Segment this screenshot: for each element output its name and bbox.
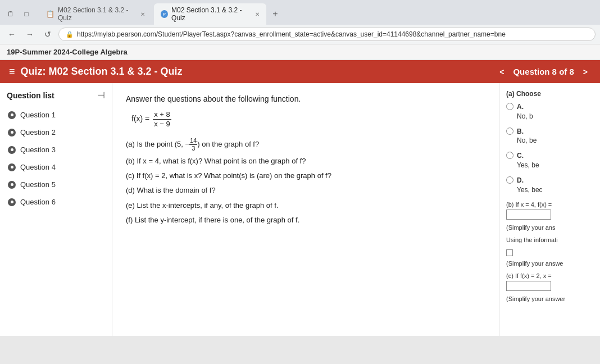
function-display: f(x) = x + 8 x − 9 xyxy=(131,110,485,128)
option-b-radio[interactable] xyxy=(506,128,513,135)
option-b-label: B. xyxy=(517,128,524,135)
section-c-label: (c) If f(x) = 2, x = xyxy=(506,272,552,279)
sidebar-item-q3[interactable]: Question 3 xyxy=(0,141,112,158)
section-b-info: Using the informati xyxy=(506,235,593,245)
section-b-header: (b) If x = 4, f(x) = xyxy=(506,200,593,220)
refresh-button[interactable]: ↺ xyxy=(40,27,55,42)
sidebar-item-q2[interactable]: Question 2 xyxy=(0,124,112,141)
browser-chrome: 🗒 □ 📋 M02 Section 3.1 & 3.2 - Quiz ✕ P M… xyxy=(0,0,600,44)
right-section-a-title: (a) Choose xyxy=(506,90,593,98)
option-a-detail: No, b xyxy=(517,112,533,120)
section-c-title: (c) If f(x) = 2, x = xyxy=(506,271,593,291)
part-f-text: (f) List the y-intercept, if there is on… xyxy=(126,216,299,224)
sidebar-item-q6[interactable]: Question 6 xyxy=(0,193,112,211)
option-a-radio[interactable] xyxy=(506,103,513,110)
right-panel: (a) Choose A. No, b B. No, be C. Yes, be xyxy=(499,83,600,336)
option-a[interactable]: A. No, b xyxy=(506,102,593,121)
forward-button[interactable]: → xyxy=(22,27,37,42)
address-text: https://mylab.pearson.com/Student/Player… xyxy=(77,30,506,38)
browser-icons: 🗒 □ xyxy=(4,8,33,20)
section-b-note: (Simplify your ans xyxy=(506,223,593,233)
part-b: (b) If x = 4, what is f(x)? What point i… xyxy=(126,154,485,167)
sidebar-item-q4-label: Question 4 xyxy=(20,163,56,171)
address-bar-row: ← → ↺ 🔒 https://mylab.pearson.com/Studen… xyxy=(0,25,600,44)
quiz-title-text: Quiz: M02 Section 3.1 & 3.2 - Quiz xyxy=(21,66,183,78)
sidebar-title: Question list xyxy=(7,91,54,100)
content-area: Answer the questions about the following… xyxy=(112,83,499,336)
option-d-text: D. Yes, bec xyxy=(517,176,543,195)
part-a: (a) Is the point (5, −143) on the graph … xyxy=(126,137,485,152)
window-icon-1[interactable]: 🗒 xyxy=(4,8,17,20)
tab-1[interactable]: 📋 M02 Section 3.1 & 3.2 - Quiz ✕ xyxy=(39,3,152,25)
option-c-label: C. xyxy=(517,152,524,160)
sidebar-item-q4[interactable]: Question 4 xyxy=(0,158,112,176)
section-b-checkbox[interactable] xyxy=(506,249,513,256)
section-b-input[interactable] xyxy=(506,210,551,220)
sidebar-item-q6-label: Question 6 xyxy=(20,198,56,206)
option-a-text: A. No, b xyxy=(517,102,533,121)
sidebar-item-q2-label: Question 2 xyxy=(20,128,56,136)
part-a-point: (5, −143) on the graph of f? xyxy=(175,140,259,148)
back-button[interactable]: ← xyxy=(4,27,19,42)
next-question-button[interactable]: > xyxy=(580,66,591,78)
sidebar-item-q1-label: Question 1 xyxy=(20,111,56,119)
main-layout: Question list ⊣ Question 1 Question 2 Qu… xyxy=(0,83,600,336)
part-e-text: (e) List the x-intercepts, if any, of th… xyxy=(126,201,278,210)
option-d-label: D. xyxy=(517,176,524,184)
function-fraction: x + 8 x − 9 xyxy=(152,114,172,123)
option-a-label: A. xyxy=(517,103,524,111)
tab-1-label: M02 Section 3.1 & 3.2 - Quiz xyxy=(58,6,137,22)
option-d-detail: Yes, bec xyxy=(517,186,543,194)
sidebar-header: Question list ⊣ xyxy=(0,90,112,106)
sidebar-item-q5-label: Question 5 xyxy=(20,180,56,189)
course-header: 19P-Summer 2024-College Algebra xyxy=(0,44,600,60)
q1-radio xyxy=(8,111,16,119)
tab-2-label: M02 Section 3.1 & 3.2 - Quiz xyxy=(171,6,252,22)
option-b-detail: No, be xyxy=(517,136,537,144)
sidebar-item-q3-label: Question 3 xyxy=(20,145,56,154)
quiz-title-area: ≡ Quiz: M02 Section 3.1 & 3.2 - Quiz xyxy=(9,66,183,78)
course-label: 19P-Summer 2024-College Algebra xyxy=(7,48,128,56)
function-label: f(x) = xyxy=(131,114,149,123)
option-b[interactable]: B. No, be xyxy=(506,127,593,146)
tab-bar: 🗒 □ 📋 M02 Section 3.1 & 3.2 - Quiz ✕ P M… xyxy=(0,0,600,25)
sidebar-item-q5[interactable]: Question 5 xyxy=(0,176,112,193)
q6-radio xyxy=(8,198,16,206)
new-tab-button[interactable]: + xyxy=(269,7,282,21)
lock-icon: 🔒 xyxy=(66,31,74,38)
sidebar-collapse-button[interactable]: ⊣ xyxy=(97,90,105,101)
option-d[interactable]: D. Yes, bec xyxy=(506,176,593,195)
tab-1-close[interactable]: ✕ xyxy=(140,11,145,17)
sidebar-item-q1[interactable]: Question 1 xyxy=(0,106,112,124)
sidebar: Question list ⊣ Question 1 Question 2 Qu… xyxy=(0,83,112,336)
menu-icon[interactable]: ≡ xyxy=(9,66,15,78)
option-d-radio[interactable] xyxy=(506,176,513,184)
part-a-label: (a) Is the point xyxy=(126,140,175,148)
part-d: (d) What is the domain of f? xyxy=(126,184,485,197)
fraction-denominator: x − 9 xyxy=(153,120,171,129)
question-counter: Question 8 of 8 xyxy=(513,67,574,76)
section-c-note: (Simplify your answer xyxy=(506,294,593,304)
address-bar[interactable]: 🔒 https://mylab.pearson.com/Student/Play… xyxy=(58,28,596,41)
tab-2-close[interactable]: ✕ xyxy=(255,11,260,17)
part-b-text: (b) If x = 4, what is f(x)? What point i… xyxy=(126,157,306,165)
q2-radio xyxy=(8,129,16,136)
tab-2-favicon: P xyxy=(161,10,168,18)
window-icon-2[interactable]: □ xyxy=(20,8,33,20)
option-c-radio[interactable] xyxy=(506,152,513,159)
option-b-text: B. No, be xyxy=(517,127,537,146)
q3-radio xyxy=(8,146,16,154)
option-c-text: C. Yes, be xyxy=(517,151,539,170)
part-c-text: (c) If f(x) = 2, what is x? What point(s… xyxy=(126,171,331,180)
q4-radio xyxy=(8,163,16,171)
option-c[interactable]: C. Yes, be xyxy=(506,151,593,170)
fraction-display: x + 8 x − 9 xyxy=(153,110,171,128)
tab-1-favicon: 📋 xyxy=(46,10,54,18)
part-f: (f) List the y-intercept, if there is on… xyxy=(126,213,485,226)
q5-radio xyxy=(8,181,16,189)
option-c-detail: Yes, be xyxy=(517,161,539,169)
fraction-numerator: x + 8 xyxy=(153,110,171,120)
prev-question-button[interactable]: < xyxy=(496,66,507,78)
tab-2[interactable]: P M02 Section 3.1 & 3.2 - Quiz ✕ xyxy=(154,3,266,25)
section-c-input[interactable] xyxy=(506,281,551,291)
